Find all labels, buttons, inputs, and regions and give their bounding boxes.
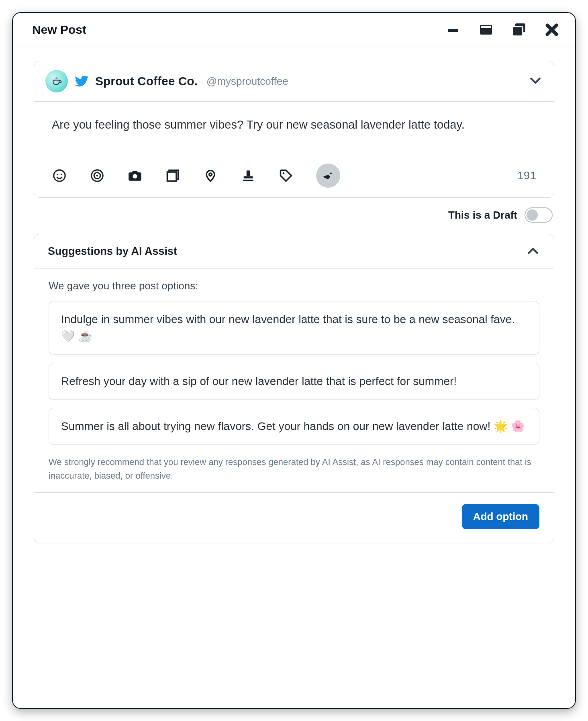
window-controls — [445, 22, 560, 38]
ai-assist-button[interactable] — [316, 164, 340, 188]
location-icon — [204, 169, 217, 182]
camera-button[interactable] — [127, 168, 143, 183]
svg-point-19 — [209, 173, 212, 176]
svg-point-10 — [54, 170, 65, 181]
suggestion-option[interactable]: Summer is all about trying new flavors. … — [49, 408, 539, 445]
minimize-button[interactable] — [445, 22, 461, 38]
minimize-icon — [446, 23, 460, 37]
chevron-down-icon — [528, 73, 543, 88]
draft-toggle[interactable] — [525, 207, 553, 223]
emoji-button[interactable] — [52, 168, 67, 183]
maximize-button[interactable] — [511, 22, 527, 38]
draft-row: This is a Draft — [34, 198, 554, 234]
svg-rect-20 — [247, 170, 250, 176]
tag-icon — [279, 168, 293, 183]
ai-disclaimer: We strongly recommend that you review an… — [49, 455, 539, 483]
svg-point-16 — [133, 174, 137, 178]
svg-point-6 — [55, 78, 55, 79]
suggestions-intro: We gave you three post options: — [49, 280, 539, 292]
camera-icon — [127, 168, 143, 183]
svg-rect-3 — [481, 26, 491, 28]
draft-label: This is a Draft — [448, 209, 517, 221]
svg-rect-22 — [243, 180, 253, 181]
chevron-up-icon — [526, 244, 540, 258]
gallery-button[interactable] — [165, 168, 180, 183]
account-name: Sprout Coffee Co. — [95, 74, 198, 88]
suggestions-header[interactable]: Suggestions by AI Assist — [34, 234, 554, 268]
suggestion-option[interactable]: Refresh your day with a sip of our new l… — [49, 363, 539, 400]
stamp-icon — [241, 169, 255, 182]
windows-stack-icon — [511, 22, 527, 37]
svg-rect-21 — [244, 176, 253, 178]
compose-text-input[interactable]: Are you feeling those summer vibes? Try … — [52, 116, 536, 152]
account-avatar — [45, 70, 68, 92]
target-button[interactable] — [90, 168, 105, 183]
window-title: New Post — [32, 23, 86, 37]
window-header: New Post — [13, 13, 575, 47]
svg-point-9 — [56, 78, 57, 79]
suggestion-option[interactable]: Indulge in summer vibes with our new lav… — [49, 301, 539, 355]
gallery-icon — [165, 168, 180, 183]
coffee-cup-icon — [51, 75, 63, 87]
compose-area: Are you feeling those summer vibes? Try … — [34, 102, 554, 197]
suggestions-title: Suggestions by AI Assist — [48, 245, 177, 258]
toggle-knob — [527, 209, 538, 221]
add-option-button[interactable]: Add option — [462, 504, 539, 529]
account-selector[interactable]: Sprout Coffee Co. @mysproutcoffee — [34, 61, 554, 102]
svg-point-23 — [283, 172, 285, 174]
compose-window: New Post Sprout Coffee Co. — [12, 12, 576, 709]
svg-point-7 — [56, 77, 57, 78]
svg-point-11 — [57, 174, 58, 175]
close-button[interactable] — [544, 22, 560, 38]
stamp-button[interactable] — [241, 168, 256, 183]
restore-button[interactable] — [478, 22, 494, 38]
target-icon — [90, 169, 104, 182]
char-count: 191 — [517, 169, 536, 182]
suggestions-footer: Add option — [34, 492, 554, 543]
account-handle: @mysproutcoffee — [206, 75, 288, 88]
suggestions-card: Suggestions by AI Assist We gave you thr… — [34, 234, 554, 543]
window-body: Sprout Coffee Co. @mysproutcoffee Are yo… — [13, 47, 575, 708]
ai-assist-icon — [321, 169, 335, 182]
svg-rect-18 — [167, 172, 177, 181]
account-chevron[interactable] — [528, 73, 543, 89]
svg-point-8 — [57, 78, 57, 79]
suggestions-body: We gave you three post options: Indulge … — [34, 268, 554, 492]
location-button[interactable] — [203, 168, 218, 183]
emoji-icon — [53, 169, 66, 182]
svg-point-15 — [96, 175, 98, 177]
svg-point-12 — [61, 174, 62, 175]
compose-toolbar: 191 — [52, 152, 536, 188]
svg-rect-5 — [512, 27, 523, 36]
compose-card: Sprout Coffee Co. @mysproutcoffee Are yo… — [34, 61, 554, 198]
twitter-icon — [74, 74, 89, 88]
window-icon — [479, 23, 493, 37]
tag-button[interactable] — [278, 168, 294, 183]
close-icon — [545, 23, 559, 37]
svg-rect-0 — [448, 29, 458, 32]
